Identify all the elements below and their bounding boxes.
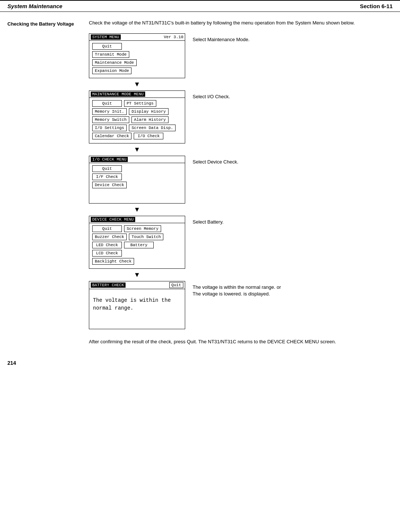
maintenance-menu-flow: MAINTENANCE MODE MENU Quit PT Settings M… bbox=[89, 90, 393, 156]
buzzer-check-button[interactable]: Buzzer Check bbox=[92, 234, 127, 240]
btn-row: LED Check Battery bbox=[92, 242, 182, 248]
battery-result-text: The voltage is within the normal range. bbox=[89, 289, 185, 316]
btn-row: Quit PT Settings bbox=[92, 100, 182, 107]
calendar-check-button[interactable]: Calendar Check bbox=[92, 133, 131, 139]
system-menu-note: Select Maintenance Mode. bbox=[193, 33, 267, 43]
device-check-menu-block: DEVICE CHECK MENU Quit Screen Memory Buz… bbox=[89, 216, 185, 281]
battery-check-title: BATTERY CHECK bbox=[91, 282, 126, 288]
quit-button[interactable]: Quit bbox=[92, 43, 122, 50]
btn-row: Backlight Check bbox=[92, 258, 182, 265]
section-title: Checking the Battery Voltage bbox=[7, 21, 74, 27]
btn-row: Quit bbox=[92, 165, 182, 172]
right-column: Check the voltage of the NT31/NT31C's bu… bbox=[81, 19, 393, 345]
maintenance-menu-title-bar: MAINTENANCE MODE MENU bbox=[89, 91, 185, 98]
btn-row: LCD Check bbox=[92, 250, 182, 257]
battery-check-block: BATTERY CHECK Quit The voltage is within… bbox=[89, 281, 185, 329]
quit-button-4[interactable]: Quit bbox=[92, 225, 122, 232]
system-menu-title-bar: SYSTEM MENU Ver 3.10 bbox=[89, 34, 185, 41]
version-text: Ver 3.10 bbox=[164, 35, 183, 39]
battery-button[interactable]: Battery bbox=[124, 242, 154, 248]
led-check-button[interactable]: LED Check bbox=[92, 242, 122, 248]
device-check-menu-content: Quit Screen Memory Buzzer Check Touch Sw… bbox=[89, 223, 185, 268]
device-check-menu-box: DEVICE CHECK MENU Quit Screen Memory Buz… bbox=[89, 216, 185, 269]
device-check-menu-note: Select Battery. bbox=[193, 216, 267, 225]
device-check-button[interactable]: Device Check bbox=[92, 182, 127, 188]
btn-row: I/O Settings Screen Data Disp. bbox=[92, 125, 182, 131]
lcd-check-button[interactable]: LCD Check bbox=[92, 250, 122, 257]
maintenance-menu-box: MAINTENANCE MODE MENU Quit PT Settings M… bbox=[89, 90, 185, 143]
alarm-history-button[interactable]: Alarm History bbox=[131, 116, 169, 123]
display-history-button[interactable]: Display Hisory bbox=[129, 108, 168, 115]
btn-row: I/F Check bbox=[92, 174, 182, 180]
pt-settings-button[interactable]: PT Settings bbox=[124, 100, 156, 107]
screen-data-disp-button[interactable]: Screen Data Disp. bbox=[129, 125, 176, 131]
io-check-menu-box: I/O CHECK MENU Quit I/F Check Device Che… bbox=[89, 156, 185, 204]
memory-switch-button[interactable]: Memory Switch bbox=[92, 116, 129, 123]
io-check-menu-block: I/O CHECK MENU Quit I/F Check Device Che… bbox=[89, 156, 185, 216]
io-check-menu-content: Quit I/F Check Device Check bbox=[89, 163, 185, 203]
page-number: 214 bbox=[0, 353, 400, 370]
main-content: Checking the Battery Voltage Check the v… bbox=[0, 12, 400, 353]
system-menu-flow: SYSTEM MENU Ver 3.10 Quit Transmit Mode … bbox=[89, 33, 393, 90]
page-header: System Maintenance Section 6-11 bbox=[0, 0, 400, 12]
battery-check-flow: BATTERY CHECK Quit The voltage is within… bbox=[89, 281, 393, 329]
io-check-button[interactable]: I/O Check bbox=[134, 133, 163, 139]
device-check-menu-flow: DEVICE CHECK MENU Quit Screen Memory Buz… bbox=[89, 216, 393, 281]
header-section: Section 6-11 bbox=[360, 3, 393, 9]
device-check-menu-title: DEVICE CHECK MENU bbox=[91, 217, 135, 222]
maintenance-menu-title: MAINTENANCE MODE MENU bbox=[91, 92, 145, 97]
btn-row: Buzzer Check Touch Switch bbox=[92, 234, 182, 240]
battery-check-box: BATTERY CHECK Quit The voltage is within… bbox=[89, 281, 185, 329]
io-check-menu-title: I/O CHECK MENU bbox=[91, 157, 128, 162]
left-column: Checking the Battery Voltage bbox=[7, 19, 81, 345]
quit-button-2[interactable]: Quit bbox=[92, 100, 122, 107]
screen-memory-button[interactable]: Screen Memory bbox=[124, 225, 161, 232]
quit-button-3[interactable]: Quit bbox=[92, 165, 122, 172]
maintenance-menu-block: MAINTENANCE MODE MENU Quit PT Settings M… bbox=[89, 90, 185, 156]
io-check-menu-title-bar: I/O CHECK MENU bbox=[89, 156, 185, 163]
btn-row: Calendar Check I/O Check bbox=[92, 133, 182, 139]
system-menu-title: SYSTEM MENU bbox=[91, 34, 121, 40]
maintenance-menu-note: Select I/O Check. bbox=[193, 90, 267, 100]
io-check-menu-note: Select Device Check. bbox=[193, 156, 267, 165]
btn-row: Memory Init. Display Hisory bbox=[92, 108, 182, 115]
btn-row: Expansion Mode bbox=[92, 67, 182, 74]
expansion-mode-button[interactable]: Expansion Mode bbox=[92, 67, 131, 74]
intro-text: Check the voltage of the NT31/NT31C's bu… bbox=[89, 19, 393, 27]
battery-quit-button[interactable]: Quit bbox=[169, 282, 183, 288]
maintenance-mode-button[interactable]: Maintenance Mode bbox=[92, 59, 137, 66]
maintenance-menu-content: Quit PT Settings Memory Init. Display Hi… bbox=[89, 98, 185, 143]
device-check-menu-title-bar: DEVICE CHECK MENU bbox=[89, 216, 185, 223]
btn-row: Device Check bbox=[92, 182, 182, 188]
btn-row: Quit bbox=[92, 43, 182, 50]
header-title: System Maintenance bbox=[7, 3, 62, 9]
io-check-menu-flow: I/O CHECK MENU Quit I/F Check Device Che… bbox=[89, 156, 393, 216]
system-menu-block: SYSTEM MENU Ver 3.10 Quit Transmit Mode … bbox=[89, 33, 185, 90]
if-check-button[interactable]: I/F Check bbox=[92, 174, 122, 180]
btn-row: Memory Switch Alarm History bbox=[92, 116, 182, 123]
battery-check-title-bar: BATTERY CHECK Quit bbox=[89, 281, 185, 289]
battery-check-note: The voltage is within the normal range. … bbox=[193, 281, 281, 297]
arrow-1: ▼ bbox=[89, 78, 185, 90]
btn-row: Transmit Mode bbox=[92, 51, 182, 58]
backlight-check-button[interactable]: Backlight Check bbox=[92, 258, 134, 265]
arrow-2: ▼ bbox=[89, 143, 185, 156]
arrow-3: ▼ bbox=[89, 204, 185, 216]
transmit-mode-button[interactable]: Transmit Mode bbox=[92, 51, 129, 58]
arrow-4: ▼ bbox=[89, 269, 185, 281]
footer-text: After confirming the result of the check… bbox=[89, 338, 393, 346]
btn-row: Maintenance Mode bbox=[92, 59, 182, 66]
system-menu-content: Quit Transmit Mode Maintenance Mode Expa… bbox=[89, 41, 185, 78]
touch-switch-button[interactable]: Touch Switch bbox=[129, 234, 163, 240]
memory-init-button[interactable]: Memory Init. bbox=[92, 108, 127, 115]
btn-row: Quit Screen Memory bbox=[92, 225, 182, 232]
system-menu-box: SYSTEM MENU Ver 3.10 Quit Transmit Mode … bbox=[89, 33, 185, 78]
io-settings-button[interactable]: I/O Settings bbox=[92, 125, 127, 131]
